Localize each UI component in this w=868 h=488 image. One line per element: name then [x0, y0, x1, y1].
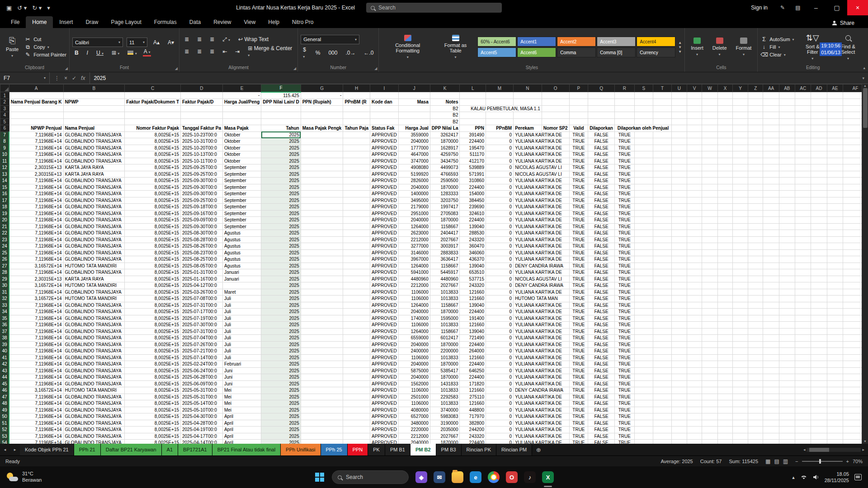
cell[interactable] [702, 217, 717, 224]
cell[interactable] [717, 236, 733, 243]
cell[interactable]: KARTA JAYA RAYA [63, 276, 125, 282]
row-header-12[interactable]: 12 [0, 164, 9, 171]
cell[interactable] [795, 394, 811, 400]
cell[interactable] [702, 380, 717, 387]
cell[interactable] [343, 249, 370, 256]
cell[interactable]: Status Fak [370, 125, 399, 132]
cell[interactable]: 8,0025E+15 [125, 302, 181, 309]
cell[interactable] [460, 112, 486, 119]
decrease-decimal-icon[interactable]: ←.0 [361, 49, 376, 56]
row-header-4[interactable]: 4 [0, 112, 9, 119]
cell[interactable]: 1264000 [398, 302, 430, 309]
cell[interactable] [795, 236, 811, 243]
cell[interactable] [779, 282, 795, 289]
cell[interactable]: Januari [222, 269, 261, 276]
cell[interactable]: 2025 [261, 145, 301, 151]
cell[interactable] [795, 171, 811, 178]
sheet-tab-pm-b1[interactable]: PM B1 [385, 444, 410, 455]
cell[interactable]: 7,11968E+14 [9, 302, 63, 309]
cell[interactable]: 3003917 [430, 243, 460, 250]
cell[interactable] [653, 361, 671, 368]
column-header-I[interactable]: I [370, 84, 399, 92]
cell[interactable] [687, 427, 702, 433]
cell[interactable] [733, 204, 748, 211]
cell[interactable]: PPnBM (R [343, 99, 370, 106]
cell[interactable] [588, 105, 615, 112]
cell[interactable]: 3967000 [398, 256, 430, 263]
cell[interactable] [514, 118, 542, 125]
row-header-14[interactable]: 14 [0, 178, 9, 184]
cell[interactable]: 4908080 [398, 164, 430, 171]
cell[interactable] [827, 118, 843, 125]
cell[interactable] [748, 413, 763, 420]
cell[interactable] [542, 118, 569, 125]
cell[interactable] [634, 184, 653, 191]
cell[interactable]: GLOBALINDO TRANSJAYA [63, 309, 125, 315]
cell[interactable]: YULIANA KARTIKA DE [514, 230, 570, 237]
cell[interactable] [125, 105, 181, 112]
cell[interactable] [795, 105, 811, 112]
column-header-R[interactable]: R [614, 84, 634, 92]
cell[interactable]: GLOBALINDO TRANSJAYA [63, 433, 125, 440]
cell[interactable] [763, 125, 779, 132]
cell[interactable] [717, 420, 733, 427]
cell[interactable]: 0 [486, 433, 513, 440]
cell[interactable] [827, 178, 843, 184]
row-header-51[interactable]: 51 [0, 420, 9, 427]
cell[interactable]: APPROVED [370, 315, 399, 322]
formula-input[interactable]: 2025 [90, 75, 859, 81]
cell[interactable] [795, 145, 811, 151]
cell[interactable] [634, 145, 653, 151]
cell[interactable] [827, 322, 843, 328]
cell[interactable] [795, 289, 811, 296]
cell[interactable] [748, 387, 763, 394]
cell[interactable]: September [222, 164, 261, 171]
cell[interactable] [763, 387, 779, 394]
cell[interactable] [301, 296, 343, 302]
taskbar-app-excel[interactable]: X [539, 466, 557, 488]
cell[interactable] [672, 210, 687, 217]
cell[interactable] [779, 361, 795, 368]
cell[interactable] [687, 249, 702, 256]
cell[interactable]: 0 [486, 210, 513, 217]
cell[interactable] [717, 164, 733, 171]
cell[interactable]: 7,11968E+14 [9, 269, 63, 276]
cell[interactable]: 7,11968E+14 [9, 315, 63, 322]
cell[interactable] [779, 217, 795, 224]
column-header-AA[interactable]: AA [763, 84, 779, 92]
cell[interactable]: 2025-07-26T00:0 [181, 341, 223, 348]
cell[interactable]: 0 [486, 191, 513, 197]
cell[interactable]: 7,11968E+14 [9, 236, 63, 243]
cell[interactable]: GLOBALINDO TRANSJAYA [63, 236, 125, 243]
cell[interactable] [687, 131, 702, 138]
cell[interactable] [486, 118, 513, 125]
cell[interactable]: 8,0025E+15 [125, 249, 181, 256]
cell[interactable]: 2025 [261, 289, 301, 296]
cell[interactable]: APPROVED [370, 427, 399, 433]
cell[interactable] [827, 131, 843, 138]
cell[interactable]: APPROVED [370, 138, 399, 145]
cell[interactable]: 8,0025E+15 [125, 269, 181, 276]
cell[interactable] [653, 302, 671, 309]
cell[interactable]: 7,11968E+14 [9, 243, 63, 250]
cell[interactable]: 2025 [261, 204, 301, 211]
taskbar-app-spotify[interactable]: ♪ [521, 466, 539, 488]
cell[interactable]: 5941000 [398, 269, 430, 276]
cell[interactable]: YULIANA KARTIKA DE [514, 354, 570, 361]
cell[interactable]: GLOBALINDO TRANSJAYA [63, 302, 125, 309]
hidden-icons-chevron[interactable]: ▴ [792, 474, 795, 480]
cell[interactable] [634, 335, 653, 342]
ribbon-tab-page-layout[interactable]: Page Layout [104, 16, 147, 28]
cell[interactable]: TRUE [614, 407, 634, 413]
cell[interactable] [672, 236, 687, 243]
cell[interactable] [653, 249, 671, 256]
cell[interactable] [588, 92, 615, 99]
cell[interactable] [672, 112, 687, 119]
cell[interactable] [748, 243, 763, 250]
column-header-M[interactable]: M [486, 84, 513, 92]
cell[interactable] [653, 394, 671, 400]
cell[interactable] [717, 243, 733, 250]
cell[interactable]: 2025 [261, 230, 301, 237]
cell[interactable] [301, 230, 343, 237]
cell[interactable] [542, 112, 569, 119]
